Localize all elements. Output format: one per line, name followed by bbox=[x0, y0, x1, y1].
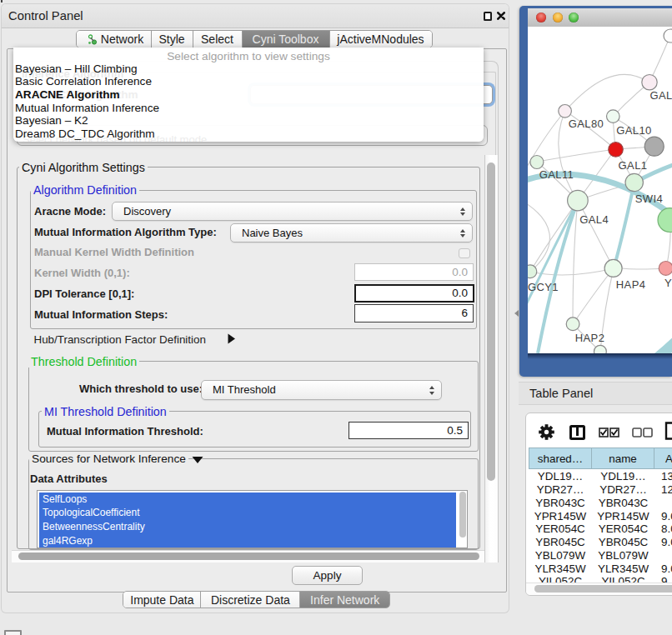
svg-text:GAL10: GAL10 bbox=[616, 124, 651, 137]
svg-text:GAL80: GAL80 bbox=[569, 118, 604, 130]
svg-text:Y: Y bbox=[664, 277, 672, 289]
svg-text:SWI4: SWI4 bbox=[635, 192, 663, 205]
svg-text:HAP4: HAP4 bbox=[616, 278, 646, 291]
svg-text:GAL: GAL bbox=[650, 89, 672, 102]
svg-text:HAP2: HAP2 bbox=[575, 332, 605, 344]
svg-text:GAL1: GAL1 bbox=[619, 159, 648, 172]
svg-text:GAL11: GAL11 bbox=[539, 168, 574, 181]
svg-text:GAL4: GAL4 bbox=[579, 213, 609, 226]
svg-text:GCY1: GCY1 bbox=[528, 281, 559, 293]
